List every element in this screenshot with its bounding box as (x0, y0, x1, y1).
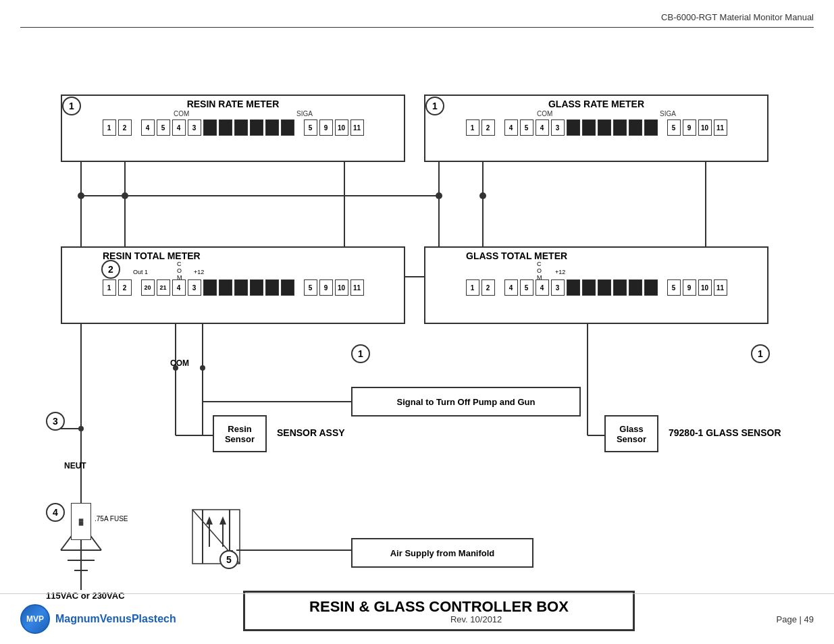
rt-terminal-5r: 5 (304, 279, 317, 296)
circle-2-resin-total: 2 (101, 260, 120, 279)
gt-terminal-11r: 11 (714, 279, 727, 296)
rt-terminal-4: 4 (172, 279, 186, 296)
terminal-d5 (265, 119, 279, 136)
gr-terminal-1: 1 (466, 119, 479, 136)
rt-terminal-1: 1 (103, 279, 116, 296)
rt-terminal-d2 (219, 279, 232, 296)
terminal-3: 3 (188, 119, 201, 136)
glass-rate-meter: GLASS RATE METER COM SIGA 1 2 4 5 4 3 5 … (424, 95, 768, 162)
gt-terminal-d2 (582, 279, 596, 296)
circle-1-below-glass-total: 1 (751, 344, 770, 363)
gr-terminal-d2 (582, 119, 596, 136)
gt-terminal-4b: 4 (536, 279, 549, 296)
rt-terminal-2: 2 (118, 279, 132, 296)
rt-terminal-3: 3 (188, 279, 201, 296)
brand-name: MagnumVenusPlastech (55, 613, 176, 625)
terminal-d2 (219, 119, 232, 136)
gt-terminal-d4 (613, 279, 627, 296)
footer: MVP MagnumVenusPlastech Rev. 10/2012 Pag… (0, 593, 834, 644)
gr-terminal-5: 5 (520, 119, 533, 136)
gt-terminal-d6 (644, 279, 658, 296)
terminal-5: 5 (157, 119, 170, 136)
gr-terminal-d1 (567, 119, 580, 136)
gr-terminal-d4 (613, 119, 627, 136)
circle-1-resin-rate: 1 (62, 97, 81, 115)
glass-total-plus12-label: +12 (555, 269, 565, 275)
svg-marker-42 (206, 516, 213, 525)
terminal-4b: 4 (172, 119, 186, 136)
rt-terminal-21: 21 (157, 279, 170, 296)
gr-terminal-2: 2 (481, 119, 495, 136)
resin-total-out1-label: Out 1 (133, 269, 148, 275)
header-line (20, 27, 814, 28)
air-supply-box: Air Supply from Manifold (351, 538, 533, 568)
revision: Rev. 10/2012 (450, 614, 502, 624)
rt-terminal-d1 (203, 279, 217, 296)
fuse-box: ▓ (71, 503, 91, 540)
page-header: CB-6000-RGT Material Monitor Manual (661, 12, 814, 22)
mvp-logo: MVP (20, 604, 50, 634)
gt-terminal-4a: 4 (504, 279, 518, 296)
resin-rate-siga-label: SIGA (296, 110, 313, 117)
circle-1-below-resin-total: 1 (351, 344, 370, 363)
rt-terminal-10r: 10 (335, 279, 348, 296)
gt-terminal-10r: 10 (698, 279, 712, 296)
gr-terminal-5r: 5 (667, 119, 681, 136)
sensor-assy-label: SENSOR ASSY (277, 427, 345, 438)
svg-marker-44 (219, 516, 226, 525)
rt-terminal-d3 (234, 279, 248, 296)
circle-4: 4 (46, 503, 65, 522)
glass-sensor-model-label: 79280-1 GLASS SENSOR (669, 427, 781, 438)
resin-rate-com-label: COM (174, 110, 189, 117)
gt-terminal-1: 1 (466, 279, 479, 296)
gr-terminal-9r: 9 (683, 119, 696, 136)
terminal-2: 2 (118, 119, 132, 136)
gt-terminal-5: 5 (520, 279, 533, 296)
signal-pump-box: Signal to Turn Off Pump and Gun (351, 387, 581, 417)
gr-terminal-11r: 11 (714, 119, 727, 136)
gr-terminal-d5 (629, 119, 642, 136)
terminal-d3 (234, 119, 248, 136)
glass-sensor-box: Glass Sensor (604, 415, 658, 452)
gr-terminal-10r: 10 (698, 119, 712, 136)
svg-point-20 (200, 365, 205, 371)
rt-terminal-d6 (281, 279, 294, 296)
terminal-d4 (250, 119, 263, 136)
gr-terminal-4b: 4 (536, 119, 549, 136)
svg-point-3 (78, 192, 84, 199)
glass-rate-siga-label: SIGA (660, 110, 676, 117)
gt-terminal-2: 2 (481, 279, 495, 296)
footer-logo-area: MVP MagnumVenusPlastech (20, 604, 176, 634)
gt-terminal-5r: 5 (667, 279, 681, 296)
page-number: Page | 49 (777, 614, 814, 624)
terminal-d1 (203, 119, 217, 136)
glass-total-meter: GLASS TOTAL METER COM +12 1 2 4 5 4 3 5 … (424, 246, 768, 324)
gr-terminal-3: 3 (551, 119, 565, 136)
rt-terminal-d4 (250, 279, 263, 296)
gt-terminal-d3 (598, 279, 611, 296)
gr-terminal-4a: 4 (504, 119, 518, 136)
circle-3: 3 (46, 412, 65, 431)
resin-total-plus12-label: +12 (194, 269, 204, 275)
rt-terminal-11r: 11 (350, 279, 364, 296)
neut-label: NEUT (64, 461, 86, 471)
gt-terminal-9r: 9 (683, 279, 696, 296)
terminal-10r: 10 (335, 119, 348, 136)
circle-1-glass-rate: 1 (425, 97, 444, 115)
rt-terminal-20: 20 (141, 279, 155, 296)
svg-point-4 (122, 192, 128, 199)
terminal-9r: 9 (319, 119, 333, 136)
terminal-5r: 5 (304, 119, 317, 136)
terminal-11r: 11 (350, 119, 364, 136)
fuse-label: .75A FUSE (95, 515, 128, 522)
gt-terminal-3: 3 (551, 279, 565, 296)
terminal-4a: 4 (141, 119, 155, 136)
gr-terminal-d3 (598, 119, 611, 136)
resin-rate-meter: RESIN RATE METER COM SIGA 1 2 4 5 4 3 5 … (61, 95, 405, 162)
svg-point-9 (436, 192, 442, 199)
glass-rate-com-label: COM (537, 110, 552, 117)
gt-terminal-d1 (567, 279, 580, 296)
rt-terminal-9r: 9 (319, 279, 333, 296)
rt-terminal-d5 (265, 279, 279, 296)
resin-sensor-box: Resin Sensor (213, 415, 267, 452)
